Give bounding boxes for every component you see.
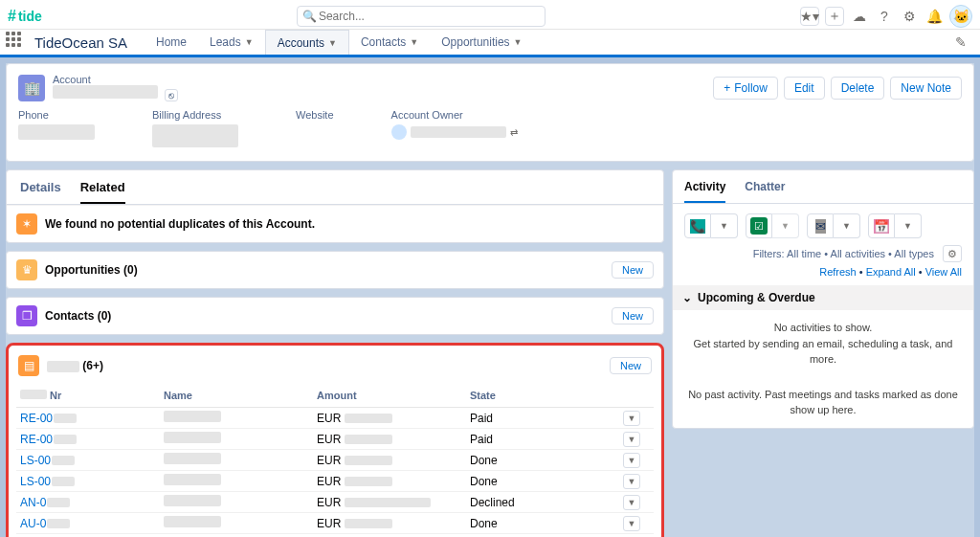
global-search[interactable]: 🔍 (297, 6, 546, 27)
row-actions-menu[interactable]: ▼ (623, 432, 640, 447)
invoice-row: RE-00EUR Paid▼ (16, 408, 654, 429)
search-icon: 🔍 (302, 10, 317, 23)
logo-text: tide (18, 9, 42, 24)
tab-activity[interactable]: Activity (684, 180, 725, 203)
row-actions-menu[interactable]: ▼ (623, 474, 640, 489)
account-name-redacted (53, 85, 158, 99)
new-event-dropdown[interactable]: ▼ (895, 213, 922, 238)
invoice-name-redacted (164, 495, 221, 506)
row-actions-menu[interactable]: ▼ (623, 411, 640, 426)
invoice-state: Declined (470, 496, 623, 509)
invoice-row: RE-00EUR Paid▼ (16, 429, 654, 450)
invoice-nr-link[interactable]: LS-00 (20, 454, 51, 467)
new-task-dropdown[interactable]: ▼ (772, 213, 799, 238)
invoice-state: Done (470, 454, 623, 467)
log-call-dropdown[interactable]: ▼ (711, 213, 738, 238)
invoice-amount-redacted (345, 519, 392, 528)
new-opportunity-button[interactable]: New (612, 261, 654, 279)
invoice-name-redacted (164, 411, 221, 422)
search-input[interactable] (297, 6, 546, 27)
filter-settings-icon[interactable]: ⚙ (943, 245, 962, 262)
billing-value-redacted (152, 124, 238, 147)
invoice-name-redacted (164, 453, 221, 464)
app-logo[interactable]: # tide (8, 8, 42, 25)
invoice-nr-link[interactable]: AN-0 (20, 496, 46, 509)
nav-leads[interactable]: Leads▼ (198, 30, 265, 55)
invoice-name-redacted (164, 474, 221, 485)
new-invoice-button[interactable]: New (610, 357, 652, 374)
delete-button[interactable]: Delete (831, 77, 885, 100)
edit-button[interactable]: Edit (784, 77, 825, 100)
col-amount: Amount (317, 390, 470, 401)
tab-related[interactable]: Related (80, 180, 125, 204)
new-task-button[interactable]: ☑ (746, 213, 772, 238)
refresh-link[interactable]: Refresh (819, 266, 857, 278)
invoice-nr-link[interactable]: LS-00 (20, 475, 51, 488)
no-past-activity-text: No past activity. Past meetings and task… (673, 377, 973, 428)
invoice-row: LS-00EUR Done▼ (16, 450, 654, 471)
email-button[interactable]: ✉ (807, 213, 834, 238)
notifications-bell-icon[interactable]: 🔔 (924, 7, 944, 26)
duplicate-icon: ✶ (16, 213, 37, 235)
invoice-nr-link[interactable]: AU-0 (20, 517, 46, 530)
upcoming-overdue-header[interactable]: ⌄ Upcoming & Overdue (673, 285, 973, 310)
hash-icon: # (8, 8, 16, 25)
email-dropdown[interactable]: ▼ (834, 213, 860, 238)
invoice-currency: EUR (317, 475, 341, 488)
new-contact-button[interactable]: New (612, 307, 654, 324)
new-note-button[interactable]: New Note (890, 77, 962, 100)
invoice-currency: EUR (317, 412, 341, 425)
global-actions-icon[interactable]: ＋ (825, 7, 844, 26)
view-all-activity-link[interactable]: View All (925, 266, 962, 278)
invoice-row: LS-00EUR Done▼ (16, 471, 654, 492)
opportunities-heading[interactable]: Opportunities (0) (45, 263, 604, 277)
log-call-button[interactable]: 📞 (684, 213, 711, 238)
expand-all-link[interactable]: Expand All (866, 266, 916, 278)
follow-button[interactable]: +Follow (713, 77, 778, 100)
chevron-down-icon: ▼ (514, 37, 523, 47)
account-entity-icon: 🏢 (18, 75, 45, 101)
row-actions-menu[interactable]: ▼ (623, 453, 640, 468)
invoice-nr-link[interactable]: RE-00 (20, 412, 53, 425)
invoice-state: Paid (470, 433, 623, 446)
favorites-icon[interactable]: ★▾ (800, 7, 819, 26)
field-label-billing: Billing Address (152, 109, 238, 121)
setup-gear-icon[interactable]: ⚙ (900, 7, 919, 26)
chevron-down-icon: ▼ (410, 37, 418, 47)
salesforce-cloud-icon[interactable]: ☁ (850, 7, 869, 26)
nav-home[interactable]: Home (145, 30, 198, 55)
nav-opportunities[interactable]: Opportunities▼ (430, 30, 533, 55)
help-icon[interactable]: ? (875, 7, 894, 26)
invoice-amount-redacted (345, 435, 392, 444)
tab-chatter[interactable]: Chatter (745, 180, 785, 203)
edit-nav-pencil-icon[interactable]: ✎ (947, 34, 974, 50)
new-event-button[interactable]: 📅 (868, 213, 895, 238)
tab-details[interactable]: Details (20, 180, 61, 204)
duplicates-message: We found no potential duplicates of this… (45, 217, 654, 231)
invoice-currency: EUR (317, 496, 341, 509)
contacts-heading[interactable]: Contacts (0) (45, 309, 604, 323)
app-launcher-icon[interactable] (6, 32, 27, 53)
nav-accounts[interactable]: Accounts▼ (265, 30, 349, 55)
get-started-text: Get started by sending an email, schedul… (686, 336, 960, 368)
invoice-state: Done (470, 475, 623, 488)
phone-value-redacted (18, 124, 95, 140)
object-label: Account (53, 74, 187, 85)
row-actions-menu[interactable]: ▼ (623, 516, 640, 531)
invoice-amount-redacted (345, 456, 392, 465)
nav-contacts[interactable]: Contacts▼ (349, 30, 430, 55)
hierarchy-icon[interactable]: ⎋ (165, 89, 178, 101)
invoice-currency: EUR (317, 454, 341, 467)
chevron-down-icon: ⌄ (682, 291, 692, 304)
no-activities-text: No activities to show. (686, 320, 960, 336)
invoices-heading[interactable]: (6+) (47, 359, 602, 372)
change-owner-icon[interactable]: ⇄ (510, 127, 518, 138)
invoice-nr-link[interactable]: RE-00 (20, 433, 53, 446)
chevron-down-icon: ▼ (245, 37, 254, 47)
invoice-row: AU-0EUR Done▼ (16, 513, 654, 534)
col-nr: Nr (50, 390, 61, 401)
owner-avatar-icon (391, 124, 407, 140)
row-actions-menu[interactable]: ▼ (623, 495, 640, 510)
user-avatar[interactable]: 🐱 (949, 5, 972, 28)
invoices-icon: ▤ (18, 355, 39, 376)
